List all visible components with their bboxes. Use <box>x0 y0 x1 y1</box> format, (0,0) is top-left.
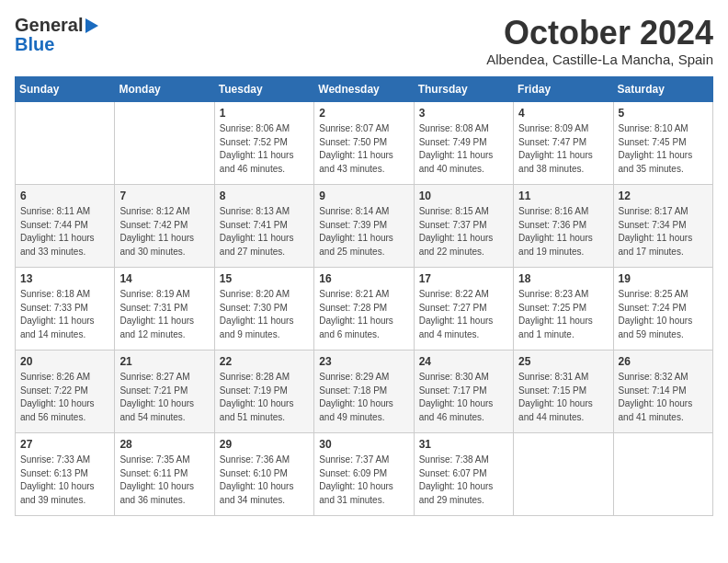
day-number: 30 <box>319 437 408 453</box>
day-info: Sunrise: 8:13 AM Sunset: 7:41 PM Dayligh… <box>220 205 309 259</box>
month-title: October 2024 <box>486 15 713 52</box>
calendar-cell: 11Sunrise: 8:16 AM Sunset: 7:36 PM Dayli… <box>514 184 613 267</box>
day-number: 12 <box>619 189 708 204</box>
calendar-cell <box>514 432 613 515</box>
calendar-cell: 7Sunrise: 8:12 AM Sunset: 7:42 PM Daylig… <box>115 184 214 267</box>
day-info: Sunrise: 8:18 AM Sunset: 7:33 PM Dayligh… <box>20 288 109 341</box>
day-info: Sunrise: 8:22 AM Sunset: 7:27 PM Dayligh… <box>419 288 508 341</box>
day-number: 29 <box>220 437 309 453</box>
day-info: Sunrise: 8:08 AM Sunset: 7:49 PM Dayligh… <box>419 122 508 176</box>
day-number: 14 <box>119 271 209 287</box>
day-number: 15 <box>220 271 309 287</box>
day-info: Sunrise: 7:33 AM Sunset: 6:13 PM Dayligh… <box>20 454 109 507</box>
calendar-cell: 25Sunrise: 8:31 AM Sunset: 7:15 PM Dayli… <box>514 350 613 432</box>
day-info: Sunrise: 8:16 AM Sunset: 7:36 PM Dayligh… <box>518 205 608 259</box>
header-day-sunday: Sunday <box>16 76 115 101</box>
header: General Blue October 2024 Albendea, Cast… <box>15 15 713 67</box>
day-number: 18 <box>518 271 608 287</box>
day-info: Sunrise: 8:26 AM Sunset: 7:22 PM Dayligh… <box>20 371 109 424</box>
calendar-cell: 31Sunrise: 7:38 AM Sunset: 6:07 PM Dayli… <box>414 432 513 515</box>
calendar-cell: 29Sunrise: 7:36 AM Sunset: 6:10 PM Dayli… <box>214 432 313 515</box>
calendar-cell: 30Sunrise: 7:37 AM Sunset: 6:09 PM Dayli… <box>314 432 414 515</box>
calendar-cell: 18Sunrise: 8:23 AM Sunset: 7:25 PM Dayli… <box>514 267 613 350</box>
day-number: 4 <box>518 106 608 121</box>
day-info: Sunrise: 8:27 AM Sunset: 7:21 PM Dayligh… <box>119 371 209 424</box>
day-info: Sunrise: 8:32 AM Sunset: 7:14 PM Dayligh… <box>619 371 708 424</box>
day-number: 2 <box>319 106 408 121</box>
day-info: Sunrise: 8:10 AM Sunset: 7:45 PM Dayligh… <box>619 122 708 176</box>
calendar-cell: 3Sunrise: 8:08 AM Sunset: 7:49 PM Daylig… <box>414 101 513 184</box>
day-info: Sunrise: 8:06 AM Sunset: 7:52 PM Dayligh… <box>220 122 309 176</box>
calendar-cell: 20Sunrise: 8:26 AM Sunset: 7:22 PM Dayli… <box>16 350 115 432</box>
day-number: 28 <box>119 437 209 453</box>
day-number: 7 <box>119 189 209 204</box>
calendar-cell: 16Sunrise: 8:21 AM Sunset: 7:28 PM Dayli… <box>314 267 414 350</box>
day-info: Sunrise: 8:20 AM Sunset: 7:30 PM Dayligh… <box>220 288 309 341</box>
day-number: 11 <box>518 189 608 204</box>
day-info: Sunrise: 8:19 AM Sunset: 7:31 PM Dayligh… <box>119 288 209 341</box>
calendar-cell: 14Sunrise: 8:19 AM Sunset: 7:31 PM Dayli… <box>115 267 214 350</box>
calendar-cell <box>613 432 712 515</box>
header-day-monday: Monday <box>115 76 214 101</box>
day-number: 19 <box>619 271 708 287</box>
logo-icon <box>85 18 98 33</box>
day-number: 23 <box>319 354 408 370</box>
day-info: Sunrise: 8:23 AM Sunset: 7:25 PM Dayligh… <box>518 288 608 341</box>
day-info: Sunrise: 8:30 AM Sunset: 7:17 PM Dayligh… <box>419 371 508 424</box>
header-day-wednesday: Wednesday <box>314 76 414 101</box>
calendar-cell: 15Sunrise: 8:20 AM Sunset: 7:30 PM Dayli… <box>214 267 313 350</box>
header-day-thursday: Thursday <box>414 76 513 101</box>
day-number: 17 <box>419 271 508 287</box>
day-number: 5 <box>619 106 708 121</box>
day-number: 10 <box>419 189 508 204</box>
calendar-cell: 2Sunrise: 8:07 AM Sunset: 7:50 PM Daylig… <box>314 101 414 184</box>
day-number: 27 <box>20 437 109 453</box>
day-info: Sunrise: 8:09 AM Sunset: 7:47 PM Dayligh… <box>518 122 608 176</box>
logo-blue: Blue <box>15 34 54 55</box>
day-number: 13 <box>20 271 109 287</box>
logo: General Blue <box>15 15 99 55</box>
day-info: Sunrise: 8:07 AM Sunset: 7:50 PM Dayligh… <box>319 122 408 176</box>
day-info: Sunrise: 8:17 AM Sunset: 7:34 PM Dayligh… <box>619 205 708 259</box>
calendar-cell: 10Sunrise: 8:15 AM Sunset: 7:37 PM Dayli… <box>414 184 513 267</box>
day-info: Sunrise: 8:14 AM Sunset: 7:39 PM Dayligh… <box>319 205 408 259</box>
day-info: Sunrise: 8:29 AM Sunset: 7:18 PM Dayligh… <box>319 371 408 424</box>
day-number: 25 <box>518 354 608 370</box>
day-info: Sunrise: 8:25 AM Sunset: 7:24 PM Dayligh… <box>619 288 708 341</box>
header-day-friday: Friday <box>514 76 613 101</box>
calendar-cell: 12Sunrise: 8:17 AM Sunset: 7:34 PM Dayli… <box>613 184 712 267</box>
day-number: 8 <box>220 189 309 204</box>
calendar-cell: 27Sunrise: 7:33 AM Sunset: 6:13 PM Dayli… <box>16 432 115 515</box>
day-number: 9 <box>319 189 408 204</box>
calendar-cell: 17Sunrise: 8:22 AM Sunset: 7:27 PM Dayli… <box>414 267 513 350</box>
day-number: 6 <box>20 189 109 204</box>
day-number: 21 <box>119 354 209 370</box>
day-number: 3 <box>419 106 508 121</box>
title-area: October 2024 Albendea, Castille-La Manch… <box>486 15 713 67</box>
day-info: Sunrise: 8:12 AM Sunset: 7:42 PM Dayligh… <box>119 205 209 259</box>
day-info: Sunrise: 8:21 AM Sunset: 7:28 PM Dayligh… <box>319 288 408 341</box>
header-day-saturday: Saturday <box>613 76 712 101</box>
calendar-cell: 8Sunrise: 8:13 AM Sunset: 7:41 PM Daylig… <box>214 184 313 267</box>
header-day-tuesday: Tuesday <box>214 76 313 101</box>
day-info: Sunrise: 7:36 AM Sunset: 6:10 PM Dayligh… <box>220 454 309 507</box>
calendar-cell: 22Sunrise: 8:28 AM Sunset: 7:19 PM Dayli… <box>214 350 313 432</box>
calendar-cell: 1Sunrise: 8:06 AM Sunset: 7:52 PM Daylig… <box>214 101 313 184</box>
calendar-cell: 26Sunrise: 8:32 AM Sunset: 7:14 PM Dayli… <box>613 350 712 432</box>
day-info: Sunrise: 7:37 AM Sunset: 6:09 PM Dayligh… <box>319 454 408 507</box>
day-number: 22 <box>220 354 309 370</box>
day-number: 20 <box>20 354 109 370</box>
day-info: Sunrise: 8:11 AM Sunset: 7:44 PM Dayligh… <box>20 205 109 259</box>
calendar-cell: 21Sunrise: 8:27 AM Sunset: 7:21 PM Dayli… <box>115 350 214 432</box>
day-number: 24 <box>419 354 508 370</box>
calendar-cell: 4Sunrise: 8:09 AM Sunset: 7:47 PM Daylig… <box>514 101 613 184</box>
calendar-cell: 13Sunrise: 8:18 AM Sunset: 7:33 PM Dayli… <box>16 267 115 350</box>
logo-general: General <box>15 15 83 36</box>
calendar-cell: 23Sunrise: 8:29 AM Sunset: 7:18 PM Dayli… <box>314 350 414 432</box>
day-number: 16 <box>319 271 408 287</box>
day-info: Sunrise: 7:35 AM Sunset: 6:11 PM Dayligh… <box>119 454 209 507</box>
day-info: Sunrise: 8:31 AM Sunset: 7:15 PM Dayligh… <box>518 371 608 424</box>
calendar-cell: 28Sunrise: 7:35 AM Sunset: 6:11 PM Dayli… <box>115 432 214 515</box>
calendar-cell: 5Sunrise: 8:10 AM Sunset: 7:45 PM Daylig… <box>613 101 712 184</box>
calendar-cell <box>115 101 214 184</box>
